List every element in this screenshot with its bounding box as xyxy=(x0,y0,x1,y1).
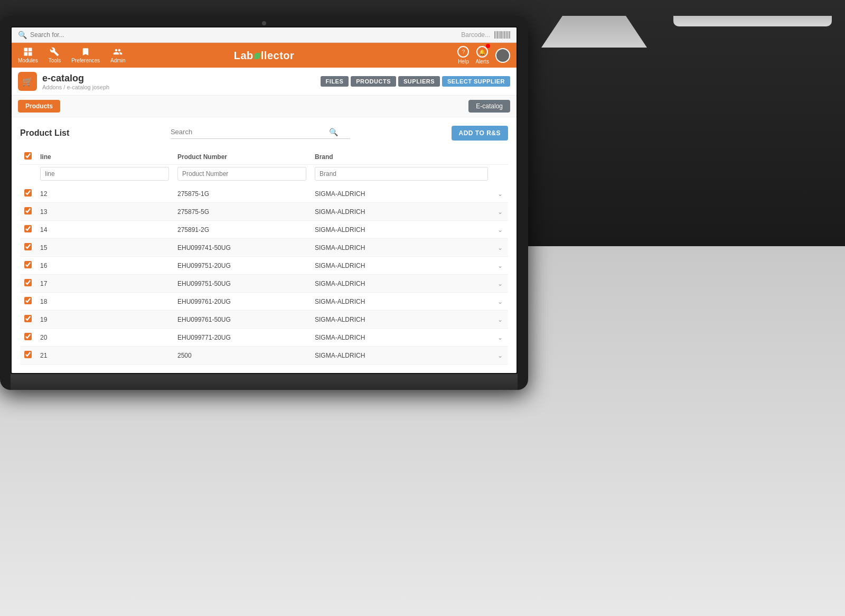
row-chevron[interactable]: ⌄ xyxy=(492,293,508,311)
chevron-down-icon: ⌄ xyxy=(497,244,503,251)
supliers-button[interactable]: SUPLIERS xyxy=(398,76,440,87)
row-chevron[interactable]: ⌄ xyxy=(492,275,508,293)
row-brand: SIGMA-ALDRICH xyxy=(311,347,492,365)
row-brand: SIGMA-ALDRICH xyxy=(311,203,492,221)
row-checkbox-cell xyxy=(20,347,36,365)
nav-tools[interactable]: Tools xyxy=(49,47,61,63)
help-label: Help xyxy=(458,59,469,64)
filter-product-number-input[interactable] xyxy=(177,167,306,181)
row-checkbox[interactable] xyxy=(24,243,32,250)
barcode-icon xyxy=(494,31,510,39)
products-button[interactable]: Products xyxy=(18,100,60,113)
chevron-down-icon: ⌄ xyxy=(497,298,503,305)
svg-rect-3 xyxy=(29,52,32,56)
alert-icon-wrap: 🔔 xyxy=(476,46,488,58)
row-checkbox[interactable] xyxy=(24,315,32,322)
row-line: 16 xyxy=(36,257,173,275)
user-avatar[interactable] xyxy=(495,48,510,63)
row-product-number: 275875-5G xyxy=(173,203,311,221)
chevron-down-icon: ⌄ xyxy=(497,190,503,198)
row-brand: SIGMA-ALDRICH xyxy=(311,329,492,347)
page-header-left: 🛒 e-catalog Addons / e-catalog joseph xyxy=(18,72,109,91)
row-checkbox-cell xyxy=(20,185,36,203)
table-row: 15 EHU099741-50UG SIGMA-ALDRICH ⌄ xyxy=(20,239,508,257)
row-checkbox[interactable] xyxy=(24,351,32,358)
nav-admin[interactable]: Admin xyxy=(110,47,125,63)
product-search-input[interactable] xyxy=(171,128,329,136)
row-line: 20 xyxy=(36,329,173,347)
row-checkbox[interactable] xyxy=(24,225,32,232)
nav-modules[interactable]: Modules xyxy=(18,47,38,63)
product-table-body: 12 275875-1G SIGMA-ALDRICH ⌄ 13 275875-5… xyxy=(20,185,508,365)
monitor-stand xyxy=(541,16,647,48)
row-checkbox[interactable] xyxy=(24,333,32,340)
header-line: line xyxy=(36,149,173,165)
row-checkbox-cell xyxy=(20,239,36,257)
row-line: 17 xyxy=(36,275,173,293)
ecatalog-button[interactable]: E-catalog xyxy=(468,100,510,113)
select-supplier-button[interactable]: SELECT SUPPLIER xyxy=(442,76,510,87)
chevron-down-icon: ⌄ xyxy=(497,316,503,323)
row-chevron[interactable]: ⌄ xyxy=(492,311,508,329)
row-chevron[interactable]: ⌄ xyxy=(492,203,508,221)
add-to-rs-button[interactable]: ADD TO R&S xyxy=(452,126,508,141)
nav-help[interactable]: ? Help xyxy=(457,46,469,64)
filter-brand-input[interactable] xyxy=(315,167,488,181)
row-brand: SIGMA-ALDRICH xyxy=(311,275,492,293)
row-brand: SIGMA-ALDRICH xyxy=(311,311,492,329)
products-nav-button[interactable]: PRODUCTS xyxy=(351,76,396,87)
row-line: 19 xyxy=(36,311,173,329)
row-checkbox-cell xyxy=(20,311,36,329)
top-bar: 🔍 Barcode... xyxy=(12,27,517,43)
row-chevron[interactable]: ⌄ xyxy=(492,347,508,365)
table-row: 14 275891-2G SIGMA-ALDRICH ⌄ xyxy=(20,221,508,239)
top-search-input[interactable] xyxy=(30,31,136,39)
row-checkbox[interactable] xyxy=(24,207,32,214)
row-chevron[interactable]: ⌄ xyxy=(492,221,508,239)
row-line: 14 xyxy=(36,221,173,239)
nav-alerts[interactable]: 🔔 Alerts xyxy=(475,46,489,64)
row-brand: SIGMA-ALDRICH xyxy=(311,239,492,257)
row-product-number: EHU099771-20UG xyxy=(173,329,311,347)
nav-bar: Modules Tools Preferences Admin Labllect… xyxy=(12,43,517,68)
row-line: 15 xyxy=(36,239,173,257)
row-chevron[interactable]: ⌄ xyxy=(492,257,508,275)
files-button[interactable]: FILES xyxy=(321,76,349,87)
page-title: e-catalog xyxy=(42,73,109,84)
row-brand: SIGMA-ALDRICH xyxy=(311,221,492,239)
row-brand: SIGMA-ALDRICH xyxy=(311,185,492,203)
row-checkbox[interactable] xyxy=(24,189,32,197)
row-checkbox[interactable] xyxy=(24,297,32,304)
row-checkbox-cell xyxy=(20,257,36,275)
monitor-camera xyxy=(262,21,266,25)
monitor-base xyxy=(673,16,832,26)
row-checkbox[interactable] xyxy=(24,261,32,268)
table-row: 20 EHU099771-20UG SIGMA-ALDRICH ⌄ xyxy=(20,329,508,347)
table-row: 13 275875-5G SIGMA-ALDRICH ⌄ xyxy=(20,203,508,221)
top-search-icon: 🔍 xyxy=(18,31,27,39)
row-chevron[interactable]: ⌄ xyxy=(492,329,508,347)
product-search-icon: 🔍 xyxy=(329,128,338,136)
row-checkbox-cell xyxy=(20,293,36,311)
row-product-number: 275875-1G xyxy=(173,185,311,203)
table-row: 16 EHU099751-20UG SIGMA-ALDRICH ⌄ xyxy=(20,257,508,275)
nav-logo: Labllector xyxy=(234,49,295,62)
select-all-checkbox[interactable] xyxy=(24,152,32,160)
monitor-screen: 🔍 Barcode... xyxy=(11,26,518,374)
row-checkbox[interactable] xyxy=(24,279,32,286)
table-header-row: line Product Number Brand xyxy=(20,149,508,165)
table-row: 18 EHU099761-20UG SIGMA-ALDRICH ⌄ xyxy=(20,293,508,311)
nav-preferences[interactable]: Preferences xyxy=(71,47,100,63)
row-chevron[interactable]: ⌄ xyxy=(492,185,508,203)
row-checkbox-cell xyxy=(20,275,36,293)
row-product-number: 2500 xyxy=(173,347,311,365)
table-row: 19 EHU099761-50UG SIGMA-ALDRICH ⌄ xyxy=(20,311,508,329)
row-brand: SIGMA-ALDRICH xyxy=(311,293,492,311)
row-chevron[interactable]: ⌄ xyxy=(492,239,508,257)
product-list-header: Product List 🔍 ADD TO R&S xyxy=(20,126,508,141)
row-line: 21 xyxy=(36,347,173,365)
nav-tools-label: Tools xyxy=(49,58,61,63)
filter-line-input[interactable] xyxy=(40,167,169,181)
table-row: 21 2500 SIGMA-ALDRICH ⌄ xyxy=(20,347,508,365)
filter-line-cell xyxy=(36,165,173,185)
